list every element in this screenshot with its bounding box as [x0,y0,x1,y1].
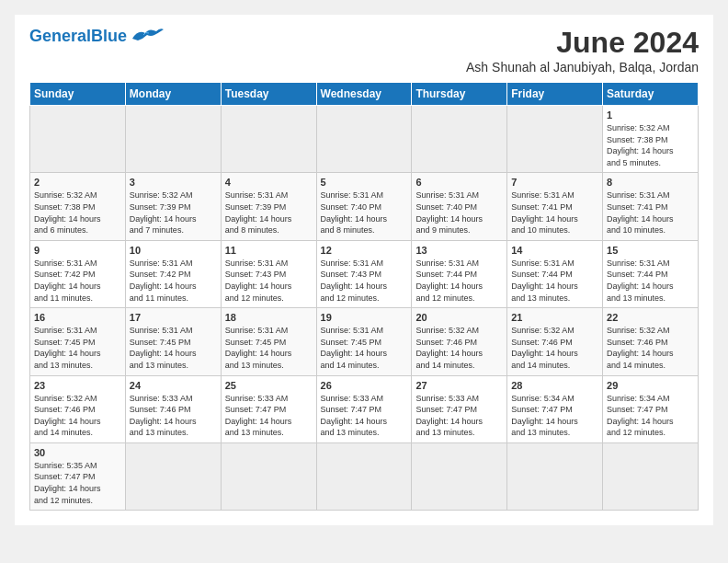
calendar-week-row: 23Sunrise: 5:32 AM Sunset: 7:46 PM Dayli… [30,375,699,442]
calendar-cell [507,442,603,510]
calendar-cell: 5Sunrise: 5:31 AM Sunset: 7:40 PM Daylig… [316,173,412,240]
day-info: Sunrise: 5:34 AM Sunset: 7:47 PM Dayligh… [511,393,598,439]
page-header: GeneralBlue June 2024 Ash Shunah al Janu… [29,26,699,75]
calendar-cell: 29Sunrise: 5:34 AM Sunset: 7:47 PM Dayli… [603,375,699,442]
day-number: 12 [321,245,408,256]
calendar-cell: 3Sunrise: 5:32 AM Sunset: 7:39 PM Daylig… [125,173,221,240]
day-number: 22 [607,312,694,323]
day-header-tuesday: Tuesday [221,83,316,106]
calendar-cell [125,442,221,510]
day-info: Sunrise: 5:31 AM Sunset: 7:44 PM Dayligh… [607,258,694,304]
day-info: Sunrise: 5:32 AM Sunset: 7:38 PM Dayligh… [607,122,694,168]
day-number: 9 [34,245,121,256]
day-info: Sunrise: 5:32 AM Sunset: 7:46 PM Dayligh… [415,325,503,371]
calendar-cell [221,442,316,510]
day-info: Sunrise: 5:31 AM Sunset: 7:43 PM Dayligh… [321,258,408,304]
calendar-table: SundayMondayTuesdayWednesdayThursdayFrid… [29,82,699,511]
calendar-cell: 4Sunrise: 5:31 AM Sunset: 7:39 PM Daylig… [221,173,316,240]
location-subtitle: Ash Shunah al Janubiyah, Balqa, Jordan [466,60,699,75]
day-info: Sunrise: 5:32 AM Sunset: 7:38 PM Dayligh… [34,190,121,236]
day-header-wednesday: Wednesday [316,83,412,106]
day-number: 27 [415,380,503,391]
day-header-sunday: Sunday [30,83,126,106]
calendar-cell [412,442,507,510]
day-info: Sunrise: 5:33 AM Sunset: 7:47 PM Dayligh… [415,393,503,439]
day-number: 20 [415,312,503,323]
day-number: 28 [511,380,598,391]
day-number: 18 [225,312,313,323]
calendar-cell: 10Sunrise: 5:31 AM Sunset: 7:42 PM Dayli… [125,240,221,307]
calendar-cell: 6Sunrise: 5:31 AM Sunset: 7:40 PM Daylig… [412,173,507,240]
day-number: 19 [321,312,408,323]
day-info: Sunrise: 5:32 AM Sunset: 7:46 PM Dayligh… [607,325,694,371]
day-number: 26 [321,380,408,391]
day-number: 15 [607,245,694,256]
month-title: June 2024 [466,26,699,60]
calendar-cell: 27Sunrise: 5:33 AM Sunset: 7:47 PM Dayli… [412,375,507,442]
calendar-cell: 14Sunrise: 5:31 AM Sunset: 7:44 PM Dayli… [507,240,603,307]
day-number: 29 [607,380,694,391]
day-number: 17 [130,312,217,323]
calendar-cell: 22Sunrise: 5:32 AM Sunset: 7:46 PM Dayli… [603,308,699,375]
day-info: Sunrise: 5:31 AM Sunset: 7:42 PM Dayligh… [130,258,217,304]
day-number: 10 [130,245,217,256]
calendar-week-row: 16Sunrise: 5:31 AM Sunset: 7:45 PM Dayli… [30,308,699,375]
calendar-cell: 19Sunrise: 5:31 AM Sunset: 7:45 PM Dayli… [316,308,412,375]
day-info: Sunrise: 5:31 AM Sunset: 7:42 PM Dayligh… [34,258,121,304]
calendar-cell: 26Sunrise: 5:33 AM Sunset: 7:47 PM Dayli… [316,375,412,442]
day-info: Sunrise: 5:32 AM Sunset: 7:46 PM Dayligh… [34,393,121,439]
day-info: Sunrise: 5:31 AM Sunset: 7:41 PM Dayligh… [607,190,694,236]
day-info: Sunrise: 5:31 AM Sunset: 7:44 PM Dayligh… [415,258,503,304]
day-number: 30 [34,447,121,458]
day-number: 5 [321,177,408,188]
calendar-cell: 23Sunrise: 5:32 AM Sunset: 7:46 PM Dayli… [30,375,126,442]
day-info: Sunrise: 5:34 AM Sunset: 7:47 PM Dayligh… [607,393,694,439]
day-number: 11 [225,245,313,256]
day-number: 7 [511,177,598,188]
calendar-cell: 11Sunrise: 5:31 AM Sunset: 7:43 PM Dayli… [221,240,316,307]
calendar-cell: 28Sunrise: 5:34 AM Sunset: 7:47 PM Dayli… [507,375,603,442]
calendar-cell: 25Sunrise: 5:33 AM Sunset: 7:47 PM Dayli… [221,375,316,442]
calendar-cell: 18Sunrise: 5:31 AM Sunset: 7:45 PM Dayli… [221,308,316,375]
calendar-cell [125,106,221,173]
day-number: 6 [415,177,503,188]
calendar-cell [221,106,316,173]
logo-text: GeneralBlue [29,28,127,44]
day-number: 3 [130,177,217,188]
day-number: 23 [34,380,121,391]
calendar-cell [316,442,412,510]
day-info: Sunrise: 5:33 AM Sunset: 7:46 PM Dayligh… [130,393,217,439]
day-info: Sunrise: 5:31 AM Sunset: 7:40 PM Dayligh… [415,190,503,236]
calendar-cell: 1Sunrise: 5:32 AM Sunset: 7:38 PM Daylig… [603,106,699,173]
day-number: 1 [607,109,694,121]
calendar-page: GeneralBlue June 2024 Ash Shunah al Janu… [15,15,713,525]
calendar-cell: 17Sunrise: 5:31 AM Sunset: 7:45 PM Dayli… [125,308,221,375]
day-number: 4 [225,177,313,188]
day-info: Sunrise: 5:33 AM Sunset: 7:47 PM Dayligh… [225,393,313,439]
calendar-week-row: 2Sunrise: 5:32 AM Sunset: 7:38 PM Daylig… [30,173,699,240]
day-number: 8 [607,177,694,188]
calendar-cell [30,106,126,173]
calendar-week-row: 30Sunrise: 5:35 AM Sunset: 7:47 PM Dayli… [30,442,699,510]
day-number: 24 [130,380,217,391]
calendar-cell: 7Sunrise: 5:31 AM Sunset: 7:41 PM Daylig… [507,173,603,240]
day-number: 2 [34,177,121,188]
day-info: Sunrise: 5:31 AM Sunset: 7:45 PM Dayligh… [130,325,217,371]
day-info: Sunrise: 5:35 AM Sunset: 7:47 PM Dayligh… [34,460,121,506]
day-info: Sunrise: 5:31 AM Sunset: 7:40 PM Dayligh… [321,190,408,236]
day-info: Sunrise: 5:31 AM Sunset: 7:44 PM Dayligh… [511,258,598,304]
day-header-monday: Monday [125,83,221,106]
calendar-cell [412,106,507,173]
calendar-cell: 24Sunrise: 5:33 AM Sunset: 7:46 PM Dayli… [125,375,221,442]
day-info: Sunrise: 5:32 AM Sunset: 7:39 PM Dayligh… [130,190,217,236]
calendar-cell [603,442,699,510]
day-number: 13 [415,245,503,256]
title-block: June 2024 Ash Shunah al Janubiyah, Balqa… [466,26,699,75]
calendar-cell: 30Sunrise: 5:35 AM Sunset: 7:47 PM Dayli… [30,442,126,510]
calendar-cell: 12Sunrise: 5:31 AM Sunset: 7:43 PM Dayli… [316,240,412,307]
day-number: 25 [225,380,313,391]
calendar-body: 1Sunrise: 5:32 AM Sunset: 7:38 PM Daylig… [30,106,699,511]
calendar-cell [316,106,412,173]
day-info: Sunrise: 5:31 AM Sunset: 7:45 PM Dayligh… [34,325,121,371]
calendar-cell [507,106,603,173]
